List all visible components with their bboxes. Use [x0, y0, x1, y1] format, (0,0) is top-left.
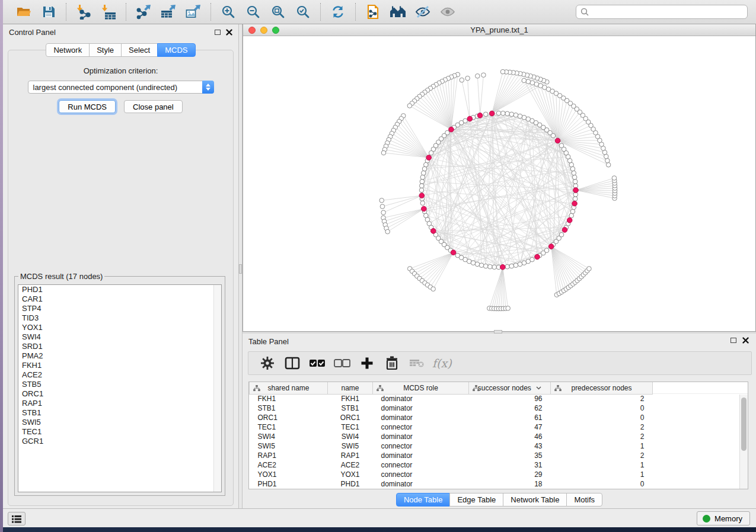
- cell-name: STB1: [328, 403, 373, 413]
- table-row[interactable]: TEC1TEC1connector472: [250, 422, 653, 432]
- main-toolbar: [3, 0, 756, 24]
- mcds-result-item[interactable]: GCR1: [18, 437, 221, 446]
- save-session-button[interactable]: [38, 3, 59, 21]
- hide-graphics-details-button[interactable]: [412, 3, 433, 21]
- table-row[interactable]: FKH1FKH1dominator962: [250, 394, 653, 403]
- tab-edge-table[interactable]: Edge Table: [449, 493, 503, 507]
- export-network-button[interactable]: [133, 3, 154, 21]
- mcds-list-scrollbar[interactable]: [213, 285, 221, 492]
- column-header-shared-name[interactable]: shared name: [250, 382, 328, 394]
- column-header-mcds-role[interactable]: MCDS role: [373, 382, 469, 394]
- mcds-result-item[interactable]: PMA2: [18, 351, 221, 361]
- task-history-button[interactable]: [8, 512, 25, 525]
- float-panel-icon[interactable]: [215, 30, 221, 35]
- tab-network-table[interactable]: Network Table: [503, 493, 567, 507]
- scrollbar-thumb[interactable]: [741, 398, 747, 451]
- cell-shared-name: TEC1: [250, 422, 328, 432]
- mcds-result-item[interactable]: SRD1: [18, 342, 221, 351]
- mcds-result-item[interactable]: TEC1: [18, 427, 221, 437]
- export-table-button[interactable]: [158, 3, 179, 21]
- tab-select[interactable]: Select: [121, 43, 158, 57]
- add-column-button[interactable]: [358, 354, 377, 372]
- table-row[interactable]: PHD1PHD1dominator180: [250, 479, 653, 489]
- table-row[interactable]: SWI4SWI4dominator462: [250, 432, 653, 441]
- vertical-splitter[interactable]: [238, 24, 243, 508]
- table-scrollbar[interactable]: [739, 395, 748, 489]
- select-all-button[interactable]: [308, 354, 327, 372]
- delete-column-button[interactable]: [382, 354, 401, 372]
- mcds-result-item[interactable]: ACE2: [18, 370, 221, 380]
- mcds-result-item[interactable]: STB1: [18, 408, 221, 418]
- split-view-button[interactable]: [283, 354, 302, 372]
- tab-network[interactable]: Network: [46, 43, 90, 57]
- mcds-result-item[interactable]: YOX1: [18, 323, 221, 332]
- network-window-titlebar[interactable]: YPA_prune.txt_1: [243, 24, 755, 36]
- zoom-out-button[interactable]: [243, 3, 264, 21]
- column-header-successor-nodes[interactable]: successor nodes: [469, 382, 551, 394]
- network-canvas[interactable]: [243, 36, 755, 331]
- import-network-button[interactable]: [73, 3, 94, 21]
- column-header-predecessor-nodes[interactable]: predecessor nodes: [551, 382, 653, 394]
- optimization-criterion-select[interactable]: largest connected component (undirected): [28, 81, 214, 94]
- cell-successor-nodes: 31: [469, 460, 551, 470]
- cell-predecessor-nodes: 0: [551, 403, 653, 413]
- show-graphics-details-button[interactable]: [437, 3, 458, 21]
- close-window-icon[interactable]: [248, 27, 256, 34]
- network-document-button[interactable]: [362, 3, 384, 21]
- close-panel-icon[interactable]: [742, 337, 749, 344]
- export-image-button[interactable]: [183, 3, 204, 21]
- mcds-result-item[interactable]: STP4: [18, 304, 221, 313]
- column-header-name[interactable]: name: [328, 382, 373, 394]
- float-panel-icon[interactable]: [731, 338, 736, 343]
- task-list-icon: [12, 515, 21, 523]
- mcds-result-item[interactable]: SWI4: [18, 332, 221, 342]
- tab-node-table[interactable]: Node Table: [396, 493, 451, 507]
- mcds-result-item[interactable]: PHD1: [18, 285, 221, 294]
- table-row[interactable]: YOX1YOX1connector291: [250, 470, 653, 479]
- close-panel-button[interactable]: Close panel: [124, 100, 183, 113]
- table-row[interactable]: ORC1ORC1dominator610: [250, 413, 653, 422]
- minimize-window-icon[interactable]: [260, 27, 267, 34]
- splitter-grip[interactable]: [239, 264, 242, 274]
- deselect-all-button[interactable]: [333, 354, 352, 372]
- zoom-selected-icon: [296, 5, 310, 19]
- table-row[interactable]: STB1STB1dominator620: [250, 403, 653, 413]
- zoom-selected-button[interactable]: [292, 3, 314, 21]
- tab-motifs[interactable]: Motifs: [566, 493, 602, 507]
- open-session-button[interactable]: [13, 3, 34, 21]
- cell-name: TEC1: [328, 422, 373, 432]
- maximize-window-icon[interactable]: [272, 27, 279, 34]
- run-mcds-button[interactable]: Run MCDS: [59, 100, 116, 113]
- search-input[interactable]: [576, 5, 748, 19]
- mcds-result-item[interactable]: FKH1: [18, 361, 221, 370]
- mcds-result-item[interactable]: ORC1: [18, 389, 221, 399]
- control-panel-header: Control Panel: [3, 24, 238, 40]
- refresh-network-button[interactable]: [327, 3, 349, 21]
- mcds-result-item[interactable]: STB5: [18, 380, 221, 389]
- delete-table-button[interactable]: [407, 354, 426, 372]
- mcds-result-item[interactable]: TID3: [18, 313, 221, 323]
- import-table-button[interactable]: [98, 3, 119, 21]
- houses-button[interactable]: [387, 3, 409, 21]
- table-row[interactable]: ACE2ACE2connector311: [250, 460, 653, 470]
- control-panel: Control Panel NetworkStyleSelectMCDS Opt…: [3, 24, 238, 508]
- cell-predecessor-nodes: 2: [551, 451, 653, 460]
- memory-button[interactable]: Memory: [697, 511, 750, 525]
- mcds-result-list[interactable]: PHD1CAR1STP4TID3YOX1SWI4SRD1PMA2FKH1ACE2…: [18, 284, 222, 492]
- table-settings-button[interactable]: [258, 354, 277, 372]
- close-panel-icon[interactable]: [226, 29, 232, 36]
- zoom-in-icon: [221, 5, 235, 19]
- tab-mcds[interactable]: MCDS: [157, 43, 195, 57]
- table-row[interactable]: SWI5SWI5connector431: [250, 441, 653, 451]
- zoom-fit-button[interactable]: [267, 3, 289, 21]
- table-panel-title: Table Panel: [248, 337, 289, 346]
- mcds-result-item[interactable]: CAR1: [18, 294, 221, 304]
- network-view: [243, 36, 755, 331]
- function-builder-icon[interactable]: f(x): [432, 357, 452, 370]
- zoom-in-button[interactable]: [218, 3, 239, 21]
- mcds-result-item[interactable]: SWI5: [18, 418, 221, 427]
- zoom-fit-icon: [271, 5, 285, 19]
- tab-style[interactable]: Style: [89, 43, 122, 57]
- mcds-result-item[interactable]: RAP1: [18, 399, 221, 408]
- table-row[interactable]: RAP1RAP1dominator352: [250, 451, 653, 460]
